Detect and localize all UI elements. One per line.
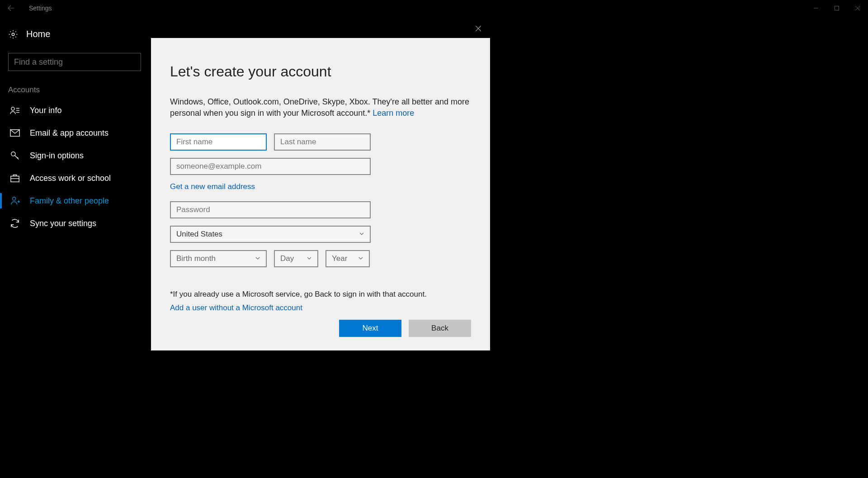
country-value: United States [176,230,222,239]
get-new-email-link[interactable]: Get a new email address [170,182,471,191]
dialog-heading: Let's create your account [170,63,471,80]
key-icon [10,151,20,161]
birth-day-select[interactable]: Day [274,250,318,267]
sync-icon [10,218,20,228]
minimize-icon [813,5,819,11]
svg-point-12 [13,197,16,200]
sidebar-item-family[interactable]: Family & other people [0,189,149,212]
dialog-body: Let's create your account Windows, Offic… [151,38,490,350]
sidebar-category-heading: Accounts [0,84,149,99]
sidebar-home[interactable]: Home [0,24,149,45]
birth-year-select[interactable]: Year [326,250,370,267]
add-user-without-ms-link[interactable]: Add a user without a Microsoft account [170,303,471,312]
svg-rect-1 [835,6,839,10]
chevron-down-icon [358,254,363,263]
sidebar-item-sync[interactable]: Sync your settings [0,212,149,235]
chevron-down-icon [255,254,260,263]
sidebar-item-label: Sync your settings [30,219,96,228]
briefcase-icon [10,173,20,183]
window-controls [806,0,868,16]
birth-day-placeholder: Day [280,254,294,263]
arrow-left-icon [7,5,14,12]
sidebar-item-label: Your info [30,106,61,115]
learn-more-link[interactable]: Learn more [373,109,414,118]
settings-sidebar: Home Accounts Your info Email & app acco… [0,24,149,235]
person-icon [10,105,20,115]
maximize-icon [834,5,840,11]
dialog-description: Windows, Office, Outlook.com, OneDrive, … [170,96,471,119]
dialog-close-button[interactable] [469,19,487,38]
first-name-field[interactable] [170,133,267,151]
birth-month-placeholder: Birth month [176,254,216,263]
dialog-titlebar [151,19,490,38]
envelope-icon [10,128,20,138]
next-button[interactable]: Next [339,320,401,337]
sidebar-item-label: Email & app accounts [30,128,108,138]
svg-point-4 [12,33,14,36]
close-icon [475,25,481,32]
create-account-dialog: Let's create your account Windows, Offic… [151,19,490,350]
svg-point-5 [11,107,14,110]
birth-month-select[interactable]: Birth month [170,250,267,267]
sidebar-item-email[interactable]: Email & app accounts [0,122,149,144]
svg-rect-11 [11,176,19,182]
window-title: Settings [29,5,52,12]
sidebar-item-signin[interactable]: Sign-in options [0,144,149,167]
chevron-down-icon [359,230,364,239]
settings-search[interactable] [8,53,141,71]
email-field[interactable] [170,158,371,175]
birth-year-placeholder: Year [332,254,347,263]
password-field[interactable] [170,201,371,218]
last-name-field[interactable] [274,133,371,151]
sidebar-home-label: Home [26,29,50,39]
person-plus-icon [10,196,20,206]
minimize-button[interactable] [806,0,826,16]
svg-point-10 [11,152,15,156]
sidebar-item-label: Family & other people [30,196,109,206]
close-window-button[interactable] [847,0,868,16]
search-input[interactable] [14,57,135,67]
sidebar-item-label: Sign-in options [30,151,84,161]
back-button[interactable] [4,1,18,15]
country-select[interactable]: United States [170,226,371,243]
dialog-button-row: Next Back [339,320,471,337]
back-button[interactable]: Back [409,320,471,337]
sidebar-item-work-school[interactable]: Access work or school [0,167,149,189]
window-titlebar: Settings [0,0,868,16]
maximize-button[interactable] [826,0,847,16]
close-icon [855,5,860,11]
sidebar-item-label: Access work or school [30,174,111,183]
chevron-down-icon [307,254,312,263]
already-have-account-note: *If you already use a Microsoft service,… [170,290,471,299]
sidebar-item-your-info[interactable]: Your info [0,99,149,122]
gear-icon [8,29,18,39]
